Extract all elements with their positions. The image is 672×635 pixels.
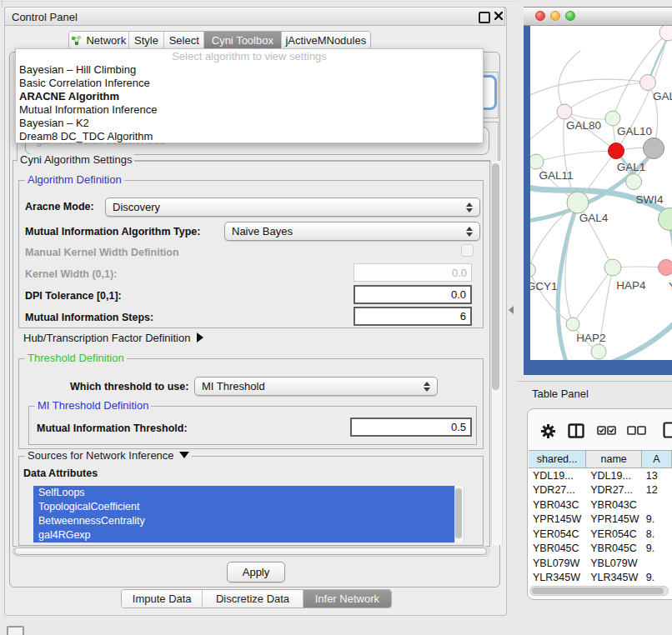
new-table-icon[interactable]	[663, 422, 672, 438]
node-gal80[interactable]	[557, 104, 572, 119]
dropdown-item[interactable]: Basic Correlation Inference	[16, 77, 483, 90]
settings-vertical-scrollbar-thumb[interactable]	[492, 163, 499, 390]
dropdown-item[interactable]: Bayesian – K2	[16, 117, 483, 130]
cyni-bottom-tabs: Impute DataDiscretize DataInfer Network	[121, 589, 392, 608]
settings-horizontal-scrollbar-thumb[interactable]	[14, 548, 487, 555]
table-row[interactable]: YBR045CYBR045C9.	[529, 542, 672, 557]
tab-cyni-toolbox[interactable]: Cyni Toolbox	[203, 32, 280, 48]
table-cell: YBR043C	[529, 498, 586, 512]
network-edge	[558, 202, 578, 360]
data-attribute-item[interactable]: TopologicalCoefficient	[33, 500, 454, 514]
node-gal11[interactable]	[530, 154, 544, 169]
table-cell: YBR043C	[586, 498, 642, 512]
dpi-tolerance-field[interactable]: 0.0	[354, 285, 472, 304]
table-row[interactable]: YBL079WYBL079W	[529, 556, 672, 571]
node-gray[interactable]	[644, 138, 664, 159]
node-label: GCY1	[530, 280, 557, 292]
table-cell: 8.	[642, 527, 672, 542]
table-column-header[interactable]: name	[586, 450, 642, 468]
table-column-header[interactable]: A	[642, 450, 672, 468]
network-graph: GALGAL80GAL10GAL1GAL11GAL4SWI4GCY1HAP4YH…	[530, 26, 672, 360]
attributes-list-scrollbar-thumb[interactable]	[455, 488, 462, 538]
algorithm-dropdown-popup: Select algorithm to view settings Bayesi…	[15, 48, 484, 143]
threshold-definition-title: Threshold Definition	[25, 352, 127, 364]
sources-collapser[interactable]: Sources for Network Inference	[25, 450, 192, 462]
table-cell: 12	[642, 483, 672, 498]
dpi-tolerance-label: DPI Tolerance [0,1]:	[25, 289, 122, 302]
node-label: GAL11	[539, 169, 573, 182]
apply-button[interactable]: Apply	[227, 562, 285, 582]
dropdown-item[interactable]: Dream8 DC_TDC Algorithm	[16, 130, 483, 143]
network-edge	[530, 79, 648, 97]
table-cell: 9.	[642, 512, 672, 528]
tab-impute-data[interactable]: Impute Data	[122, 590, 202, 608]
table-panel-separator	[517, 381, 672, 382]
window-edge-tick	[2, 0, 3, 8]
column-browser-icon[interactable]	[568, 423, 584, 438]
data-attribute-item[interactable]: BetweennessCentrality	[33, 514, 454, 528]
which-threshold-combo[interactable]: MI Threshold	[194, 377, 438, 396]
float-window-icon[interactable]	[479, 12, 490, 23]
aracne-mode-combo[interactable]: Discovery	[105, 198, 480, 217]
hub-definition-label: Hub/Transcription Factor Definition	[23, 332, 190, 344]
table-row[interactable]: YDR27...YDR27...12	[529, 483, 672, 498]
table-column-header[interactable]: shared...	[529, 450, 586, 468]
tab-network[interactable]: Network	[69, 32, 128, 48]
table-cell: YPR145W	[586, 512, 642, 528]
gear-icon[interactable]	[540, 423, 556, 439]
data-attributes-list: SelfLoopsTopologicalCoefficientBetweenne…	[33, 486, 454, 542]
node-gal-pink[interactable]	[640, 75, 656, 91]
algorithm-definition-title: Algorithm Definition	[25, 174, 124, 186]
node-hap4[interactable]	[604, 259, 621, 276]
table-row[interactable]: YBR043CYBR043C	[529, 498, 672, 512]
tab-discretize-data[interactable]: Discretize Data	[202, 590, 302, 608]
table-row[interactable]: YER054CYER054C8.	[529, 527, 672, 542]
node-green-c[interactable]	[591, 344, 606, 359]
table-cell: YPR145W	[529, 512, 586, 528]
dropdown-item[interactable]: ARACNE Algorithm	[16, 90, 483, 103]
tab-style[interactable]: Style	[128, 32, 164, 48]
tab-jactivemnodules[interactable]: jActiveMNodules	[281, 32, 370, 48]
network-canvas[interactable]: GALGAL80GAL10GAL1GAL11GAL4SWI4GCY1HAP4YH…	[530, 26, 672, 360]
mi-type-combo[interactable]: Naive Bayes	[224, 222, 480, 241]
tab-label: jActiveMNodules	[285, 34, 366, 47]
hub-definition-expander[interactable]: Hub/Transcription Factor Definition	[23, 332, 203, 345]
zoom-traffic-light[interactable]	[565, 11, 575, 21]
dropdown-item[interactable]: Bayesian – Hill Climbing	[16, 63, 483, 77]
mi-steps-field[interactable]: 6	[354, 307, 472, 326]
node-hap2[interactable]	[566, 318, 579, 331]
minimize-traffic-light[interactable]	[550, 11, 560, 21]
network-icon	[71, 35, 83, 46]
close-icon[interactable]	[493, 10, 504, 22]
show-columns-icon[interactable]	[597, 426, 617, 436]
network-edge	[564, 82, 648, 112]
close-traffic-light[interactable]	[535, 11, 545, 21]
table-row[interactable]: YLR345WYLR345W9.	[529, 571, 672, 586]
network-window-titlebar[interactable]	[524, 7, 672, 26]
kernel-width-field: 0.0	[354, 263, 472, 282]
node-green-b[interactable]	[626, 174, 642, 190]
table-cell: YBR045C	[529, 542, 586, 557]
split-divider-collapse-icon[interactable]	[509, 306, 514, 314]
collapse-down-icon	[179, 452, 189, 458]
mi-threshold-field[interactable]: 0.5	[350, 418, 472, 437]
node-gal10[interactable]	[605, 111, 620, 126]
data-attribute-item[interactable]: gal4RGexp	[33, 528, 454, 542]
collapsed-panel-chip[interactable]	[7, 626, 24, 635]
node-label: HAP2	[576, 332, 605, 344]
table-row[interactable]: YPR145WYPR145W9.	[529, 512, 672, 528]
node-salmon[interactable]	[659, 260, 672, 276]
network-edge	[613, 32, 668, 118]
tab-infer-network[interactable]: Infer Network	[303, 590, 391, 608]
table-horizontal-scrollbar-thumb[interactable]	[532, 588, 664, 594]
table-cell	[642, 556, 672, 571]
table-row[interactable]: YDL19...YDL19...13	[529, 468, 672, 483]
data-attribute-item[interactable]: SelfLoops	[33, 486, 454, 500]
node-red[interactable]	[609, 143, 624, 159]
node-gal4[interactable]	[567, 192, 589, 213]
node-label: GAL10	[617, 125, 652, 138]
dropdown-item[interactable]: Mutual Information Inference	[16, 103, 483, 117]
hide-columns-icon[interactable]	[627, 426, 647, 436]
node-gcy1[interactable]	[530, 263, 536, 278]
tab-select[interactable]: Select	[163, 32, 203, 48]
